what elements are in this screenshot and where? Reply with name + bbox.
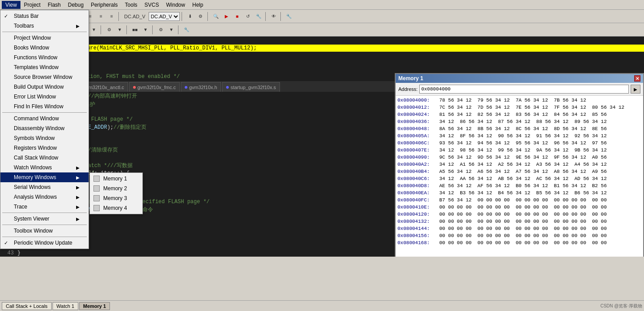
menu-item-functions-window[interactable]: Functions Window	[0, 53, 89, 62]
menu-item-find-in-files[interactable]: Find In Files Window	[0, 102, 89, 111]
submenu-memory-2[interactable]: Memory 2	[90, 184, 142, 193]
menu-item-source-browser[interactable]: Source Browser Window	[0, 72, 89, 82]
menu-sep-3	[2, 213, 87, 213]
menu-peripherals[interactable]: Peripherals	[87, 1, 122, 9]
memory-address-input[interactable]	[419, 85, 629, 94]
tab-startup-label: startup_gvm32f10x.s	[231, 85, 276, 90]
menu-item-books-window[interactable]: Books Window	[0, 43, 89, 53]
memory-titlebar: Memory 1 ✕	[396, 74, 643, 83]
menu-item-symbols[interactable]: Symbols Window	[0, 133, 89, 143]
menu-item-serial-windows[interactable]: Serial Windows ▶	[0, 182, 89, 192]
submenu-memory-3[interactable]: Memory 3	[90, 193, 142, 203]
menu-window[interactable]: Window	[162, 1, 189, 9]
memory-content[interactable]: 0x08004000: 78 56 34 12 79 56 34 12 7A 5…	[396, 96, 643, 257]
toolbar-target-select[interactable]: DC.AD_V	[149, 12, 180, 21]
toolbar-btn-h[interactable]: ≡	[107, 12, 117, 21]
memory-goto-btn[interactable]: ▶	[631, 85, 640, 94]
menu-item-call-stack[interactable]: Call Stack Window	[0, 153, 89, 163]
menu-tools[interactable]: Tools	[122, 1, 141, 9]
menu-item-error-list[interactable]: Error List Window	[0, 92, 89, 102]
menu-item-books-label: Books Window	[14, 45, 49, 51]
memory-row-1: 0x08004012: 7C 56 34 12 7D 56 34 12 7E 5…	[397, 104, 641, 111]
menu-item-command-label: Command Window	[14, 115, 59, 122]
menu-project[interactable]: Project	[20, 1, 44, 9]
toolbar-row-2: 📄 📋 🔄 ⚙ ■■ ▼ 🔲 ▼ ⚙ ▼ ■■ ▼ ⚙ ▼ 🔧	[0, 23, 644, 37]
submenu-memory-1[interactable]: Memory 1	[90, 174, 142, 184]
memory-row-9: 0x080040A2: 34 12 A1 56 34 12 A2 56 34 1…	[397, 161, 641, 168]
memory-row-17: 0x08004132: 00 00 00 00 00 00 00 00 00 0…	[397, 218, 641, 225]
menu-item-build-output[interactable]: Build Output Window	[0, 82, 89, 92]
menu-item-memory-windows[interactable]: Memory Windows ▶ Memory 1 Memory 2 Memor…	[0, 172, 89, 182]
menu-sep-2	[2, 112, 87, 113]
toolbar-target-label: DC.AD_V	[122, 12, 148, 21]
tab-h[interactable]: gvm32f10x.h	[181, 82, 221, 92]
toolbar-sep-5	[207, 12, 209, 21]
submenu-memory-4[interactable]: Memory 4	[90, 203, 142, 213]
menu-item-periodic-update[interactable]: ✓ Periodic Window Update	[0, 238, 89, 248]
memory-title: Memory 1	[398, 75, 423, 82]
menu-svcs[interactable]: SVCS	[141, 1, 163, 9]
memory-row-20: 0x08004168: 00 00 00 00 00 00 00 00 00 0…	[397, 239, 641, 246]
menu-item-trace-label: Trace	[14, 204, 27, 210]
toolbar-btn-wrench[interactable]: 🔧	[284, 12, 294, 21]
bottom-tab-memory[interactable]: Memory 1	[79, 302, 110, 310]
tab-fmc[interactable]: gvm32f10x_fmc.c	[129, 82, 180, 92]
memory-close-btn[interactable]: ✕	[634, 75, 640, 82]
menu-item-system-viewer[interactable]: System Viewer ▶	[0, 214, 89, 224]
toolbar-btn-load[interactable]: ⬇	[185, 12, 195, 21]
bottom-tab-callstack[interactable]: Call Stack + Locals	[2, 302, 52, 310]
tab-startup[interactable]: startup_gvm32f10x.s	[222, 82, 280, 92]
toolbar-btn-stop[interactable]: ■	[232, 12, 242, 21]
serial-arrow-icon: ▶	[76, 185, 80, 190]
menu-item-registers[interactable]: Registers Window	[0, 143, 89, 153]
system-viewer-arrow-icon: ▶	[76, 217, 80, 221]
menu-flash[interactable]: Flash	[44, 1, 64, 9]
code-line-17: 17:	[0, 52, 644, 59]
toolbar2-btn-o[interactable]: 🔧	[182, 25, 191, 35]
menu-help[interactable]: Help	[189, 1, 207, 9]
toolbar2-btn-j[interactable]: ▼	[115, 25, 125, 35]
memory-row-7: 0x0800407E: 34 12 98 56 34 12 99 56 34 1…	[397, 147, 641, 154]
menu-item-disassembly[interactable]: Disassembly Window	[0, 123, 89, 133]
menu-item-status-bar[interactable]: ✓ Status Bar	[0, 11, 89, 21]
menu-item-watch-windows[interactable]: Watch Windows ▶	[0, 163, 89, 172]
toolbar2-btn-i[interactable]: ⚙	[104, 25, 114, 35]
menu-item-trace[interactable]: Trace ▶	[0, 202, 89, 212]
menu-item-command-window[interactable]: Command Window	[0, 114, 89, 123]
toolbar2-btn-k[interactable]: ■■	[130, 25, 140, 35]
toolbar-btn-search[interactable]: 🔍	[211, 12, 221, 21]
menu-item-toolbox[interactable]: Toolbox Window	[0, 226, 89, 236]
memory-row-5: 0x0800405A: 34 12 8F 56 34 12 90 56 34 1…	[397, 132, 641, 139]
memory-4-icon	[93, 205, 100, 211]
toolbar2-btn-h[interactable]: ▼	[89, 25, 99, 35]
tab-anctl-label: gvm32f10x_anctl.c	[83, 85, 124, 90]
menu-debug[interactable]: Debug	[65, 1, 87, 9]
bottom-tab-watch[interactable]: Watch 1	[53, 302, 78, 310]
menu-view[interactable]: View	[2, 1, 20, 9]
toolbar-btn-view[interactable]: 👁	[269, 12, 279, 21]
menu-item-periodic-label: Periodic Window Update	[14, 240, 72, 246]
tab-h-label: gvm32f10x.h	[189, 85, 217, 90]
menu-item-analysis-windows[interactable]: Analysis Windows ▶	[0, 192, 89, 202]
toolbar-btn-more[interactable]: 🔧	[254, 12, 263, 21]
toolbar-btn-settings[interactable]: ⚙	[196, 12, 206, 21]
toolbar2-btn-l[interactable]: ▼	[141, 25, 150, 35]
toolbar-sep-4	[182, 12, 183, 21]
toolbar-btn-reset[interactable]: ↺	[243, 12, 253, 21]
menu-item-analysis-label: Analysis Windows	[14, 194, 57, 200]
toolbar2-btn-m[interactable]: ⚙	[156, 25, 166, 35]
menu-item-functions-label: Functions Window	[14, 54, 57, 61]
menu-item-toolbars[interactable]: Toolbars ▶	[0, 21, 89, 31]
toolbar-btn-run[interactable]: ▶	[222, 12, 231, 21]
menu-item-toolbars-label: Toolbars	[14, 23, 34, 29]
assembly-label: mbly	[0, 37, 644, 45]
memory-row-0: 0x08004000: 78 56 34 12 79 56 34 12 7A 5…	[397, 97, 641, 104]
submenu-memory-4-label: Memory 4	[103, 205, 127, 211]
menu-item-project-window[interactable]: Project Window	[0, 33, 89, 43]
toolbar2-btn-n[interactable]: ▼	[166, 25, 176, 35]
highlighted-code-line: 16: SystemMainClockConfigure(MainCLK_SRC…	[0, 45, 644, 52]
toolbar-btn-g[interactable]: ≡	[96, 12, 106, 21]
menu-item-templates-window[interactable]: Templates Window	[0, 62, 89, 72]
memory-row-16: 0x08004120: 00 00 00 00 00 00 00 00 00 0…	[397, 211, 641, 218]
submenu-memory-1-label: Memory 1	[103, 176, 127, 182]
